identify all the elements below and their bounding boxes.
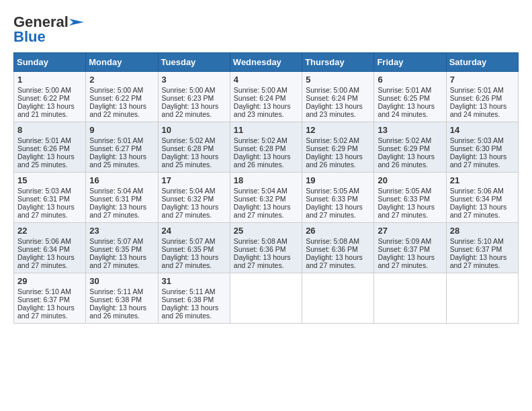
daylight-minutes: and 27 minutes. xyxy=(450,261,500,269)
sunrise-label: Sunrise: 5:07 AM xyxy=(89,237,143,245)
day-number: 29 xyxy=(17,276,82,286)
sunrise-label: Sunrise: 5:09 AM xyxy=(378,237,431,245)
sunrise-label: Sunrise: 5:02 AM xyxy=(234,136,287,144)
sunset-label: Sunset: 6:26 PM xyxy=(17,144,70,152)
day-number: 11 xyxy=(234,125,298,135)
day-cell: 24 Sunrise: 5:07 AM Sunset: 6:35 PM Dayl… xyxy=(158,223,230,273)
daylight-label: Daylight: 13 hours xyxy=(378,203,435,211)
daylight-label: Daylight: 13 hours xyxy=(89,102,146,110)
day-cell: 13 Sunrise: 5:02 AM Sunset: 6:29 PM Dayl… xyxy=(374,122,446,173)
sunset-label: Sunset: 6:29 PM xyxy=(378,144,430,152)
day-cell xyxy=(230,273,302,324)
daylight-label: Daylight: 13 hours xyxy=(234,253,291,261)
daylight-label: Daylight: 13 hours xyxy=(234,102,291,110)
calendar-table: SundayMondayTuesdayWednesdayThursdayFrid… xyxy=(13,52,519,324)
sunrise-label: Sunrise: 5:00 AM xyxy=(162,86,216,94)
daylight-minutes: and 26 minutes. xyxy=(89,312,140,320)
day-cell: 6 Sunrise: 5:01 AM Sunset: 6:25 PM Dayli… xyxy=(374,72,446,122)
day-number: 2 xyxy=(89,75,154,85)
sunset-label: Sunset: 6:29 PM xyxy=(306,144,358,152)
daylight-label: Daylight: 13 hours xyxy=(17,304,75,312)
daylight-minutes: and 26 minutes. xyxy=(306,161,356,169)
sunset-label: Sunset: 6:36 PM xyxy=(306,245,358,253)
day-cell: 26 Sunrise: 5:08 AM Sunset: 6:36 PM Dayl… xyxy=(302,223,374,273)
sunrise-label: Sunrise: 5:04 AM xyxy=(162,187,216,195)
day-number: 10 xyxy=(162,125,226,135)
daylight-label: Daylight: 13 hours xyxy=(17,203,75,211)
day-number: 18 xyxy=(234,175,298,185)
sunset-label: Sunset: 6:38 PM xyxy=(89,295,142,304)
day-number: 13 xyxy=(378,125,442,135)
day-number: 19 xyxy=(306,175,370,185)
header-saturday: Saturday xyxy=(446,53,518,72)
daylight-minutes: and 27 minutes. xyxy=(234,211,284,219)
sunrise-label: Sunrise: 5:00 AM xyxy=(17,86,71,94)
day-number: 4 xyxy=(234,75,298,85)
sunset-label: Sunset: 6:25 PM xyxy=(378,94,430,102)
day-number: 12 xyxy=(306,125,370,135)
day-number: 28 xyxy=(450,226,515,236)
daylight-label: Daylight: 13 hours xyxy=(450,203,507,211)
header-tuesday: Tuesday xyxy=(158,53,230,72)
header-wednesday: Wednesday xyxy=(230,53,302,72)
day-cell: 31 Sunrise: 5:11 AM Sunset: 6:38 PM Dayl… xyxy=(158,273,230,324)
daylight-minutes: and 27 minutes. xyxy=(89,261,140,269)
day-cell: 12 Sunrise: 5:02 AM Sunset: 6:29 PM Dayl… xyxy=(302,122,374,173)
sunset-label: Sunset: 6:32 PM xyxy=(162,195,214,203)
daylight-minutes: and 27 minutes. xyxy=(378,261,428,269)
daylight-minutes: and 22 minutes. xyxy=(89,110,140,118)
day-number: 30 xyxy=(89,276,154,286)
day-number: 3 xyxy=(162,75,226,85)
daylight-label: Daylight: 13 hours xyxy=(234,203,291,211)
day-cell: 23 Sunrise: 5:07 AM Sunset: 6:35 PM Dayl… xyxy=(86,223,158,273)
sunset-label: Sunset: 6:28 PM xyxy=(162,144,214,152)
day-number: 8 xyxy=(17,125,82,135)
day-cell: 27 Sunrise: 5:09 AM Sunset: 6:37 PM Dayl… xyxy=(374,223,446,273)
header-sunday: Sunday xyxy=(14,53,86,72)
sunset-label: Sunset: 6:24 PM xyxy=(306,94,358,102)
day-cell: 7 Sunrise: 5:01 AM Sunset: 6:26 PM Dayli… xyxy=(446,72,518,122)
day-cell: 16 Sunrise: 5:04 AM Sunset: 6:31 PM Dayl… xyxy=(86,173,158,223)
day-number: 23 xyxy=(89,226,154,236)
sunrise-label: Sunrise: 5:03 AM xyxy=(450,136,504,144)
day-number: 5 xyxy=(306,75,370,85)
sunrise-label: Sunrise: 5:00 AM xyxy=(89,86,143,94)
week-row-3: 15 Sunrise: 5:03 AM Sunset: 6:31 PM Dayl… xyxy=(14,173,519,223)
sunset-label: Sunset: 6:33 PM xyxy=(378,195,430,203)
daylight-minutes: and 24 minutes. xyxy=(378,110,428,118)
day-cell: 8 Sunrise: 5:01 AM Sunset: 6:26 PM Dayli… xyxy=(14,122,86,173)
daylight-minutes: and 23 minutes. xyxy=(234,110,284,118)
sunset-label: Sunset: 6:36 PM xyxy=(234,245,286,253)
day-cell: 5 Sunrise: 5:00 AM Sunset: 6:24 PM Dayli… xyxy=(302,72,374,122)
sunrise-label: Sunrise: 5:05 AM xyxy=(378,187,431,195)
daylight-minutes: and 27 minutes. xyxy=(17,211,68,219)
logo-blue: Blue xyxy=(13,28,46,46)
sunrise-label: Sunrise: 5:06 AM xyxy=(17,237,71,245)
sunset-label: Sunset: 6:31 PM xyxy=(89,195,142,203)
daylight-minutes: and 27 minutes. xyxy=(17,312,68,320)
sunrise-label: Sunrise: 5:04 AM xyxy=(234,187,287,195)
day-number: 15 xyxy=(17,175,82,185)
sunset-label: Sunset: 6:33 PM xyxy=(306,195,358,203)
day-number: 14 xyxy=(450,125,515,135)
daylight-label: Daylight: 13 hours xyxy=(378,102,435,110)
daylight-minutes: and 23 minutes. xyxy=(306,110,356,118)
week-row-2: 8 Sunrise: 5:01 AM Sunset: 6:26 PM Dayli… xyxy=(14,122,519,173)
day-number: 20 xyxy=(378,175,442,185)
daylight-minutes: and 25 minutes. xyxy=(17,161,68,169)
day-number: 6 xyxy=(378,75,442,85)
daylight-label: Daylight: 13 hours xyxy=(378,253,435,261)
week-row-4: 22 Sunrise: 5:06 AM Sunset: 6:34 PM Dayl… xyxy=(14,223,519,273)
daylight-label: Daylight: 13 hours xyxy=(162,304,219,312)
daylight-minutes: and 27 minutes. xyxy=(378,211,428,219)
day-cell: 11 Sunrise: 5:02 AM Sunset: 6:28 PM Dayl… xyxy=(230,122,302,173)
day-number: 25 xyxy=(234,226,298,236)
daylight-minutes: and 27 minutes. xyxy=(162,261,212,269)
day-number: 17 xyxy=(162,175,226,185)
logo-bird-icon xyxy=(69,16,84,28)
daylight-label: Daylight: 13 hours xyxy=(89,304,146,312)
daylight-minutes: and 26 minutes. xyxy=(234,161,284,169)
day-cell: 17 Sunrise: 5:04 AM Sunset: 6:32 PM Dayl… xyxy=(158,173,230,223)
sunset-label: Sunset: 6:24 PM xyxy=(234,94,286,102)
day-cell: 14 Sunrise: 5:03 AM Sunset: 6:30 PM Dayl… xyxy=(446,122,518,173)
